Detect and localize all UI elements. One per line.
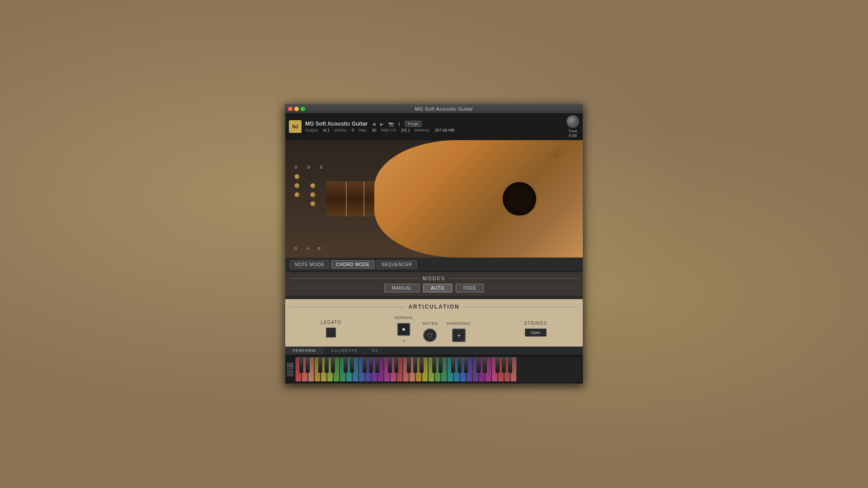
perform-tab[interactable]: PERFORM (285, 347, 324, 355)
piano-black-key[interactable] (420, 357, 424, 373)
muted-button[interactable] (423, 328, 437, 342)
harmonic-label: HARMONIC (447, 321, 471, 326)
kb-down-btn[interactable]: − (287, 370, 293, 376)
camera-icon[interactable]: 📷 (388, 122, 394, 127)
piano-black-key[interactable] (439, 357, 443, 373)
piano-black-key[interactable] (458, 357, 462, 373)
piano-black-key[interactable] (394, 357, 398, 373)
strings-group: STRINGS Open (524, 321, 547, 337)
max-value: 30 (372, 128, 377, 132)
piano-black-key[interactable] (350, 357, 354, 373)
articulation-group: NORMAL MUTED HARMONIC + (395, 315, 471, 342)
piano-black-key[interactable] (413, 357, 417, 373)
nav-next[interactable]: ▶ (380, 122, 384, 127)
piano-black-key[interactable] (508, 357, 512, 373)
modes-title: MODES (290, 276, 578, 281)
piano-black-key[interactable] (325, 357, 329, 373)
string-label-d: D (294, 246, 297, 251)
instrument-name: MG Soft Acoustic Guitar (305, 121, 368, 127)
piano-black-key[interactable] (369, 357, 373, 373)
keyboard-section: +0 − (285, 355, 583, 384)
piano-black-key[interactable] (344, 357, 348, 373)
piano-black-key[interactable] (306, 357, 310, 373)
sequencer-tab[interactable]: SEQUENCER (377, 260, 417, 269)
peg-2[interactable] (294, 183, 300, 188)
legato-group: LEGATO (321, 320, 342, 338)
guitar-body: 𝒩𝒥 (374, 140, 583, 258)
strings-button[interactable]: Open (525, 328, 547, 337)
auto-mode-btn[interactable]: AUTO (423, 284, 452, 292)
piano-keyboard (295, 357, 581, 382)
free-mode-btn[interactable]: FREE (456, 284, 484, 292)
piano-black-key[interactable] (451, 357, 455, 373)
header-row-top: MG Soft Acoustic Guitar ◀ ▶ 📷 ℹ Purge (305, 121, 563, 127)
articulation-title: ARTICULATION (290, 304, 578, 310)
memory-value: 357.69 MB (435, 128, 455, 132)
piano-black-key[interactable] (375, 357, 379, 373)
normal-button[interactable] (397, 323, 410, 336)
fret-1 (346, 181, 347, 216)
chord-mode-tab[interactable]: CHORD MODE (331, 260, 374, 269)
piano-black-key[interactable] (363, 357, 367, 373)
guitar-sound-hole (501, 181, 538, 217)
title-bar-controls (288, 107, 305, 111)
voices-label: Voices: (334, 128, 347, 132)
string-label-g: G (294, 165, 297, 169)
piano-black-key[interactable] (318, 357, 322, 373)
peg-5[interactable] (310, 192, 316, 197)
string-label-b: B (307, 165, 310, 169)
normal-dot (402, 328, 405, 331)
string-label-e-top: E (320, 165, 323, 169)
peg-4[interactable] (310, 183, 316, 188)
maximize-button[interactable] (301, 107, 305, 111)
tuning-pegs-right (310, 183, 316, 206)
piano-black-key[interactable] (299, 357, 303, 373)
midi-label: MIDI Ch: (381, 128, 397, 132)
piano-black-key[interactable] (502, 357, 506, 373)
piano-black-key[interactable] (495, 357, 500, 373)
header: NJ MG Soft Acoustic Guitar ◀ ▶ 📷 ℹ Purge… (285, 113, 583, 140)
modes-section: MODES MANUAL AUTO FREE (285, 272, 583, 296)
mode-tabs: NOTE MODE CHORD MODE SEQUENCER (285, 258, 583, 272)
normal-item: NORMAL (395, 315, 414, 342)
manual-mode-btn[interactable]: MANUAL (384, 284, 420, 292)
normal-label: NORMAL (395, 315, 414, 320)
legato-label: LEGATO (321, 320, 342, 325)
modes-buttons: MANUAL AUTO FREE (290, 284, 578, 292)
piano-black-key[interactable] (483, 357, 487, 373)
tune-knob[interactable] (566, 115, 579, 128)
normal-indicator (403, 340, 405, 342)
kb-up-btn[interactable]: +0 (287, 363, 293, 369)
output-value: st.1 (323, 128, 330, 132)
keyboard-wrap (295, 357, 581, 382)
guitar-section: G B E 𝒩𝒥 (285, 140, 583, 258)
calibrate-tab[interactable]: CALIBRATE (324, 347, 365, 355)
info-icon[interactable]: ℹ (398, 122, 400, 127)
piano-black-key[interactable] (388, 357, 392, 373)
midi-value: [A] 1 (401, 128, 410, 132)
peg-6[interactable] (310, 201, 316, 206)
nav-prev[interactable]: ◀ (372, 122, 376, 127)
purge-button[interactable]: Purge (405, 121, 422, 127)
piano-black-key[interactable] (464, 357, 468, 373)
minimize-button[interactable] (294, 107, 299, 111)
tuning-labels-bottom: D A E (294, 246, 321, 251)
fx-tab[interactable]: FX (365, 347, 386, 355)
string-label-e-bottom: E (318, 246, 321, 251)
peg-1[interactable] (294, 174, 300, 179)
piano-black-key[interactable] (432, 357, 436, 373)
piano-black-key[interactable] (407, 357, 411, 373)
tuning-labels-top: G B E (294, 165, 323, 169)
bottom-tabs: PERFORM CALIBRATE FX (285, 347, 583, 355)
peg-3[interactable] (294, 192, 300, 197)
plugin-window: MG Soft Acoustic Guitar NJ MG Soft Acous… (285, 104, 583, 384)
guitar-logo: 𝒩𝒥 (549, 149, 560, 159)
note-mode-tab[interactable]: NOTE MODE (290, 260, 329, 269)
harmonic-button[interactable]: + (452, 328, 466, 342)
piano-black-key[interactable] (331, 357, 335, 373)
close-button[interactable] (288, 107, 292, 111)
piano-black-key[interactable] (476, 357, 481, 373)
muted-label: MUTED (422, 321, 438, 326)
legato-button[interactable] (326, 328, 336, 338)
articulation-section: ARTICULATION LEGATO NORMAL MUTED (285, 299, 583, 347)
